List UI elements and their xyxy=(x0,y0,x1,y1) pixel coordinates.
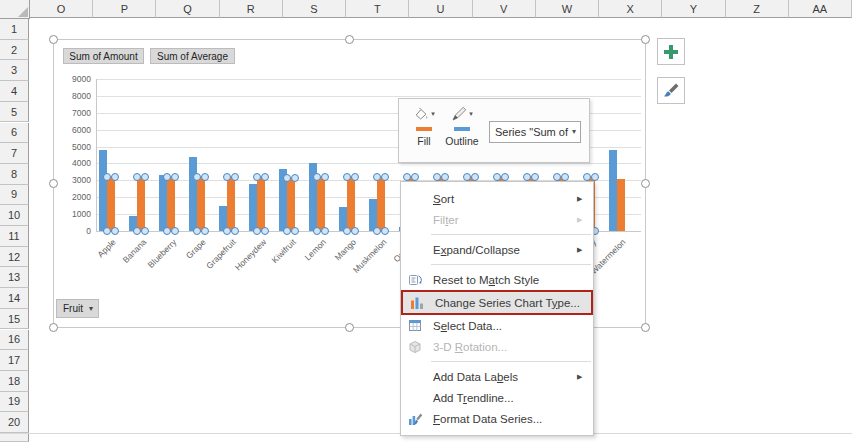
bar-sum-of-amount[interactable] xyxy=(189,157,197,231)
column-header-V[interactable]: V xyxy=(473,0,536,18)
row-header-6[interactable]: 6 xyxy=(0,123,29,144)
row-header-16[interactable]: 16 xyxy=(0,330,29,351)
fill-button[interactable]: ▾ Fill xyxy=(406,104,442,156)
select-all-corner[interactable] xyxy=(0,0,30,19)
column-header-S[interactable]: S xyxy=(283,0,346,18)
chart-resize-handle[interactable] xyxy=(345,35,354,44)
data-point-handle xyxy=(283,227,291,235)
column-header-Y[interactable]: Y xyxy=(662,0,725,18)
bar-sum-of-amount[interactable] xyxy=(159,175,167,231)
bar-sum-of-amount[interactable] xyxy=(99,150,107,231)
data-point-handle xyxy=(441,173,449,181)
chevron-down-icon: ▾ xyxy=(431,110,435,118)
x-axis-category-label: Grape xyxy=(184,237,208,261)
bar-sum-of-average[interactable] xyxy=(197,177,205,231)
chart-resize-handle[interactable] xyxy=(49,179,58,188)
chart-resize-handle[interactable] xyxy=(49,35,58,44)
x-axis-category-label: Apple xyxy=(96,237,118,259)
bar-sum-of-average[interactable] xyxy=(167,177,175,231)
bar-sum-of-amount[interactable] xyxy=(609,150,617,231)
data-point-handle xyxy=(291,227,299,235)
chart-resize-handle[interactable] xyxy=(49,323,58,332)
menu-item-select-data[interactable]: Select Data... xyxy=(401,315,593,336)
data-point-handle xyxy=(433,173,441,181)
menu-item-reset-to-match-style[interactable]: Reset to Match Style xyxy=(401,269,593,290)
row-header-11[interactable]: 11 xyxy=(0,226,29,247)
chart-elements-button[interactable] xyxy=(657,38,685,65)
column-header-X[interactable]: X xyxy=(599,0,662,18)
outline-button[interactable]: ▾ Outline xyxy=(444,104,480,156)
data-point-handle xyxy=(171,173,179,181)
column-header-T[interactable]: T xyxy=(346,0,409,18)
row-header-12[interactable]: 12 xyxy=(0,247,29,268)
bar-sum-of-average[interactable] xyxy=(347,177,355,231)
row-header-17[interactable]: 17 xyxy=(0,350,29,371)
menu-item-label: Sort xyxy=(433,193,577,205)
chart-resize-handle[interactable] xyxy=(641,179,650,188)
data-point-handle xyxy=(163,227,171,235)
menu-item-label: Format Data Series... xyxy=(433,413,577,425)
row-header-10[interactable]: 10 xyxy=(0,205,29,226)
row-header-18[interactable]: 18 xyxy=(0,371,29,392)
y-axis-tick-label: 3000 xyxy=(61,175,91,185)
menu-item-change-series-chart-type[interactable]: Change Series Chart Type... xyxy=(401,290,593,315)
column-header-O[interactable]: O xyxy=(30,0,93,18)
column-header-R[interactable]: R xyxy=(220,0,283,18)
y-axis-tick-label: 7000 xyxy=(61,108,91,118)
bar-sum-of-average[interactable] xyxy=(107,177,115,231)
x-axis-category-label: Honeydew xyxy=(233,237,268,272)
row-header-3[interactable]: 3 xyxy=(0,60,29,81)
bar-sum-of-average[interactable] xyxy=(287,178,295,231)
bar-sum-of-amount[interactable] xyxy=(249,184,257,231)
row-header-1[interactable]: 1 xyxy=(0,19,29,40)
menu-item-add-data-labels[interactable]: Add Data Labels▶ xyxy=(401,366,593,387)
y-axis-tick-label: 5000 xyxy=(61,142,91,152)
row-header-14[interactable]: 14 xyxy=(0,288,29,309)
column-header-Q[interactable]: Q xyxy=(156,0,219,18)
column-header-P[interactable]: P xyxy=(93,0,156,18)
column-header-AA[interactable]: AA xyxy=(789,0,852,18)
data-point-handle xyxy=(381,173,389,181)
bar-sum-of-average[interactable] xyxy=(137,177,145,231)
column-header-U[interactable]: U xyxy=(409,0,472,18)
y-axis-tick-label: 6000 xyxy=(61,125,91,135)
row-header-9[interactable]: 9 xyxy=(0,185,29,206)
bar-sum-of-average[interactable] xyxy=(317,177,325,231)
bar-sum-of-average[interactable] xyxy=(227,177,235,231)
data-point-handle xyxy=(261,227,269,235)
row-header-15[interactable]: 15 xyxy=(0,309,29,330)
row-header-4[interactable]: 4 xyxy=(0,81,29,102)
row-header-19[interactable]: 19 xyxy=(0,392,29,413)
bar-sum-of-average[interactable] xyxy=(377,177,385,231)
axis-field-button-fruit[interactable]: Fruit ▾ xyxy=(56,299,99,318)
series-selector[interactable]: Series "Sum of ▾ xyxy=(489,121,581,143)
menu-item-expand-collapse[interactable]: Expand/Collapse▶ xyxy=(401,239,593,260)
y-axis-tick-label: 9000 xyxy=(61,74,91,84)
chart-resize-handle[interactable] xyxy=(345,323,354,332)
data-point-handle xyxy=(223,227,231,235)
y-axis-tick-label: 1000 xyxy=(61,209,91,219)
row-header-13[interactable]: 13 xyxy=(0,267,29,288)
row-header-20[interactable]: 20 xyxy=(0,412,29,433)
row-header-2[interactable]: 2 xyxy=(0,40,29,61)
chart-resize-handle[interactable] xyxy=(641,323,650,332)
row-header-8[interactable]: 8 xyxy=(0,164,29,185)
bar-sum-of-average[interactable] xyxy=(257,177,265,231)
data-point-handle xyxy=(313,173,321,181)
y-gridline xyxy=(96,163,641,164)
row-header-7[interactable]: 7 xyxy=(0,143,29,164)
data-point-handle xyxy=(223,173,231,181)
chart-resize-handle[interactable] xyxy=(641,35,650,44)
field-button-sum-of-average[interactable]: Sum of Average xyxy=(150,48,235,64)
menu-item-add-trendline[interactable]: Add Trendline... xyxy=(401,387,593,408)
chart-styles-button[interactable] xyxy=(657,77,685,104)
field-button-sum-of-amount[interactable]: Sum of Amount xyxy=(63,48,144,64)
menu-item-sort[interactable]: Sort▶ xyxy=(401,188,593,209)
row-header-partial[interactable] xyxy=(0,433,29,442)
data-point-handle xyxy=(133,173,141,181)
menu-item-format-data-series[interactable]: Format Data Series... xyxy=(401,408,593,429)
row-header-5[interactable]: 5 xyxy=(0,102,29,123)
bar-sum-of-average[interactable] xyxy=(617,179,625,231)
column-header-Z[interactable]: Z xyxy=(726,0,789,18)
column-header-W[interactable]: W xyxy=(536,0,599,18)
